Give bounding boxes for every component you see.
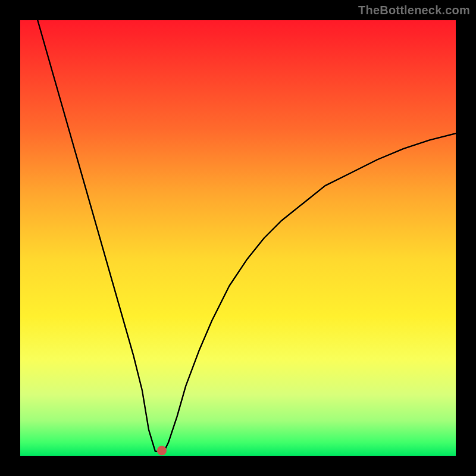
plot-area <box>20 20 456 456</box>
chart-frame: TheBottleneck.com <box>0 0 476 476</box>
svg-point-0 <box>157 446 167 455</box>
bottleneck-curve <box>20 20 456 456</box>
watermark-text: TheBottleneck.com <box>358 4 470 17</box>
